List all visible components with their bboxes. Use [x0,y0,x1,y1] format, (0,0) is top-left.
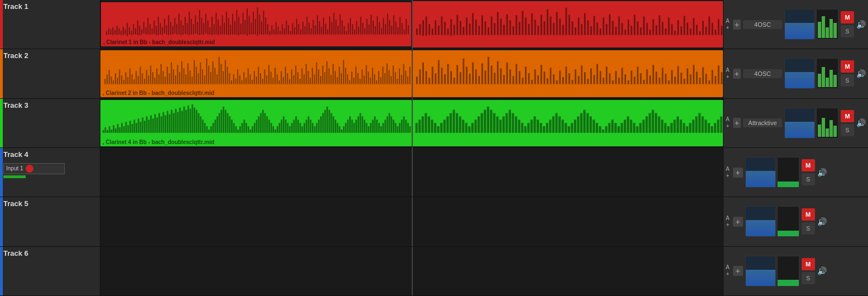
svg-rect-311 [227,67,228,84]
track-4-input-box[interactable]: Input 1 [3,163,65,174]
svg-rect-25 [150,24,151,35]
midi-block[interactable]: , Clarinet 1 in Bb - bach_doublesclqttr.… [101,2,411,46]
track-5-add-button[interactable]: + [733,217,743,227]
midi-block[interactable]: , Clarinet 2 in Bb - bach_doublesclqttr.… [100,50,412,97]
track-1-volume-icon[interactable]: 🔊 [856,20,866,29]
track-1-segment-1[interactable]: , Clarinet 1 in Bb - bach_doublesclqttr.… [100,0,412,49]
track-1-plugin[interactable]: 4OSC [743,20,782,29]
track-2-volume-icon[interactable]: 🔊 [856,69,866,78]
a-label: A [726,68,730,73]
midi-block[interactable]: , Clarinet 4 in Bb - bach_doublesclqttr.… [100,100,412,146]
svg-rect-225 [643,16,644,35]
svg-rect-292 [187,64,189,84]
track-6-waveform-preview[interactable] [777,256,799,287]
midi-block-2[interactable] [412,1,724,47]
svg-rect-735 [676,116,678,132]
track-row: Track 3 , Clarinet 4 in Bb - bach_double… [0,99,868,148]
svg-rect-332 [271,72,272,85]
track-1-content-area[interactable]: , Clarinet 1 in Bb - bach_doublesclqttr.… [100,0,723,49]
svg-rect-638 [387,116,388,132]
track-2-mute-button[interactable]: M [841,60,854,73]
svg-rect-76 [255,19,256,35]
svg-rect-287 [177,65,179,84]
track-2-content-area[interactable]: , Clarinet 2 in Bb - bach_doublesclqttr.… [100,49,723,98]
track-1-eq-preview[interactable] [816,9,838,40]
svg-rect-304 [213,61,214,84]
track-3-instrument-preview [784,108,838,139]
svg-rect-337 [281,71,282,85]
svg-rect-72 [247,8,248,36]
track-3-segment-2[interactable] [412,99,724,147]
track-row: Track 1 , Clarinet 1 in Bb - bach_double… [0,0,868,49]
svg-rect-261 [123,80,124,84]
track-3-solo-button[interactable]: S [841,124,854,136]
track-5-controls: A + + M S 🔊 [723,197,868,246]
svg-rect-66 [234,21,235,35]
track-3-plugin[interactable]: Attracktive [743,118,782,127]
track-5-mute-button[interactable]: M [802,208,815,221]
track-4-add-button[interactable]: + [733,168,743,178]
svg-rect-678 [499,120,501,133]
track-3-instrument-thumb[interactable] [784,108,815,139]
track-3-mute-button[interactable]: M [841,110,854,122]
svg-rect-74 [250,22,252,34]
track-2-solo-button[interactable]: S [841,74,854,87]
svg-rect-121 [348,23,349,35]
track-2-eq-preview[interactable] [816,58,838,89]
midi-block[interactable] [412,100,724,146]
track-4-instrument-thumb[interactable] [745,157,776,188]
svg-rect-694 [549,120,551,133]
svg-rect-502 [104,127,106,133]
svg-rect-438 [531,80,533,84]
track-6-solo-button[interactable]: S [802,272,815,284]
track-3-eq-preview[interactable] [816,108,838,139]
track-1-add-button[interactable]: + [733,20,741,30]
svg-rect-404 [425,71,427,85]
track-6-instrument-thumb[interactable] [745,256,776,287]
midi-block[interactable] [412,50,724,97]
track-1-mute-button[interactable]: M [841,11,854,23]
track-6-mute-button[interactable]: M [802,258,815,270]
track-2-add-button[interactable]: + [733,69,741,79]
track-1-solo-button[interactable]: S [841,25,854,37]
svg-rect-105 [315,25,316,35]
record-button[interactable] [26,165,33,173]
svg-rect-209 [593,16,595,35]
track-6-content-area[interactable] [100,247,723,295]
track-3-segment-1[interactable]: , Clarinet 4 in Bb - bach_doublesclqttr.… [100,99,412,147]
track-3-content-area[interactable]: , Clarinet 4 in Bb - bach_doublesclqttr.… [100,99,723,147]
svg-rect-196 [553,23,554,35]
track-5-instrument-thumb[interactable] [745,206,776,237]
svg-rect-712 [605,126,607,133]
track-4-content-area[interactable] [100,148,723,197]
svg-rect-666 [462,120,464,133]
svg-rect-113 [331,22,332,34]
svg-rect-244 [702,21,703,35]
svg-rect-189 [531,13,533,35]
track-4-waveform-preview[interactable] [777,157,799,188]
svg-rect-353 [314,74,315,84]
svg-rect-11 [120,31,122,35]
svg-rect-210 [596,22,598,35]
track-2-plugin[interactable]: 4OSC [743,69,782,78]
track-6-volume-icon[interactable]: 🔊 [817,266,827,275]
track-2-segment-1[interactable]: , Clarinet 2 in Bb - bach_doublesclqttr.… [100,49,412,98]
svg-rect-676 [493,113,495,132]
track-2-instrument-thumb[interactable] [784,58,815,89]
track-5-solo-button[interactable]: S [802,222,815,235]
track-5-volume-icon[interactable]: 🔊 [817,217,827,226]
track-4-volume-icon[interactable]: 🔊 [817,168,827,177]
track-3-volume-icon[interactable]: 🔊 [856,118,866,127]
track-5-content-area[interactable] [100,197,723,246]
track-6-add-button[interactable]: + [733,266,743,276]
svg-rect-385 [380,77,382,84]
track-1-instrument-thumb[interactable] [784,9,815,40]
track-3-add-button[interactable]: + [733,118,741,128]
track-1-segment-2[interactable] [412,0,724,49]
svg-rect-14 [127,23,128,36]
track-5-waveform-preview[interactable] [777,206,799,237]
svg-rect-262 [126,73,127,85]
track-2-segment-2[interactable] [412,49,724,98]
track-4-mute-button[interactable]: M [802,159,815,171]
track-4-solo-button[interactable]: S [802,173,815,185]
